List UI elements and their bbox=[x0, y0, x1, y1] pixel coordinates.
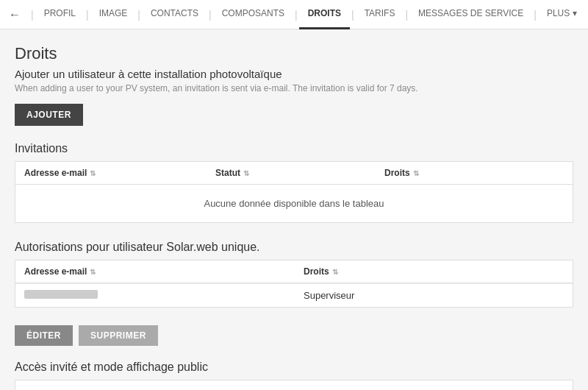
back-icon: ← bbox=[9, 8, 21, 21]
nav-item-image[interactable]: IMAGE bbox=[90, 0, 137, 29]
acces-invite-section: Autoriser l'accès invité via le lien bbox=[15, 380, 573, 390]
th-statut: Statut ⇅ bbox=[215, 168, 384, 178]
nav-separator-1: | bbox=[85, 9, 90, 21]
nav-item-contacts[interactable]: CONTACTS bbox=[142, 0, 207, 29]
cell-droits-value: Superviseur bbox=[304, 290, 564, 301]
table-row: Superviseur bbox=[15, 283, 573, 307]
th-email-2: Adresse e-mail ⇅ bbox=[24, 266, 304, 277]
acces-invite-title: Accès invité et mode affichage public bbox=[15, 361, 573, 374]
nav-item-tarifs[interactable]: TARIFS bbox=[356, 0, 404, 29]
autorisations-table-header: Adresse e-mail ⇅ Droits ⇅ bbox=[15, 260, 573, 283]
invitations-table: Adresse e-mail ⇅ Statut ⇅ Droits ⇅ Aucun… bbox=[15, 161, 573, 223]
nav-separator-0: | bbox=[29, 9, 35, 21]
nav-item-droits[interactable]: DROITS bbox=[299, 0, 350, 29]
autorisations-section: Autorisations pour utilisateur Solar.web… bbox=[15, 241, 573, 346]
back-button[interactable]: ← bbox=[9, 8, 21, 21]
nav-item-composants[interactable]: COMPOSANTS bbox=[213, 0, 293, 29]
add-user-desc: When adding a user to your PV system, an… bbox=[15, 83, 573, 93]
sort-icon-droits-1[interactable]: ⇅ bbox=[413, 169, 419, 177]
sort-icon-email-1[interactable]: ⇅ bbox=[90, 169, 96, 177]
sort-icon-email-2[interactable]: ⇅ bbox=[90, 268, 96, 276]
autorisations-table: Adresse e-mail ⇅ Droits ⇅ Superviseur bbox=[15, 260, 573, 308]
autorisations-title: Autorisations pour utilisateur Solar.web… bbox=[15, 241, 573, 254]
invitations-empty-message: Aucune donnée disponible dans le tableau bbox=[15, 185, 573, 222]
top-navigation: ← | PROFIL | IMAGE | CONTACTS | COMPOSAN… bbox=[0, 0, 588, 29]
supprimer-button[interactable]: SUPPRIMER bbox=[79, 325, 158, 346]
th-email-1: Adresse e-mail ⇅ bbox=[24, 168, 215, 178]
main-content: Droits Ajouter un utilisateur à cette in… bbox=[0, 29, 588, 390]
cell-email-blurred bbox=[24, 290, 304, 301]
nav-item-profil[interactable]: PROFIL bbox=[35, 0, 85, 29]
nav-item-plus[interactable]: PLUS ▾ bbox=[538, 0, 586, 29]
nav-item-messages[interactable]: MESSAGES DE SERVICE bbox=[409, 0, 532, 29]
nav-separator-5: | bbox=[350, 9, 356, 21]
email-blurred-value bbox=[24, 290, 98, 299]
sort-icon-droits-2[interactable]: ⇅ bbox=[332, 268, 338, 276]
nav-separator-4: | bbox=[293, 9, 299, 21]
th-droits-2: Droits ⇅ bbox=[304, 266, 564, 277]
nav-separator-6: | bbox=[404, 9, 409, 21]
invitations-table-header: Adresse e-mail ⇅ Statut ⇅ Droits ⇅ bbox=[15, 162, 573, 185]
th-droits-1: Droits ⇅ bbox=[384, 168, 564, 178]
nav-separator-7: | bbox=[532, 9, 538, 21]
invitations-title: Invitations bbox=[15, 142, 573, 155]
editer-button[interactable]: ÉDITER bbox=[15, 325, 73, 346]
nav-separator-3: | bbox=[207, 9, 213, 21]
sort-icon-statut[interactable]: ⇅ bbox=[243, 169, 249, 177]
add-user-subtitle: Ajouter un utilisateur à cette installat… bbox=[15, 68, 573, 80]
dropdown-icon: ▾ bbox=[573, 8, 577, 18]
page-title: Droits bbox=[15, 44, 573, 63]
action-buttons: ÉDITER SUPPRIMER bbox=[15, 325, 573, 346]
nav-separator-2: | bbox=[136, 9, 142, 21]
ajouter-button[interactable]: AJOUTER bbox=[15, 104, 83, 126]
